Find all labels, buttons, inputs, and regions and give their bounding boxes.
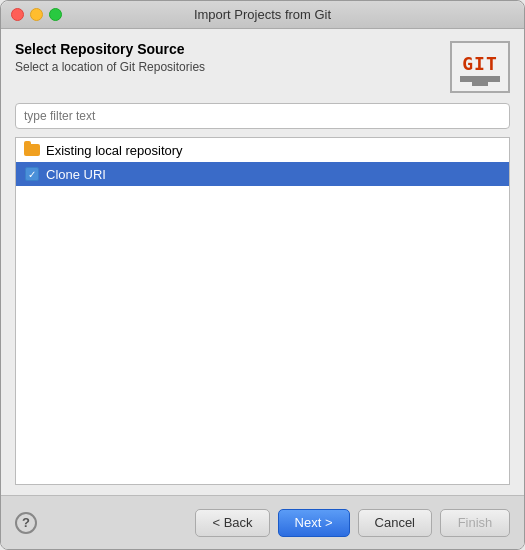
page-title: Select Repository Source — [15, 41, 440, 57]
git-logo: GIT — [450, 41, 510, 93]
footer-left: ? — [15, 512, 37, 534]
back-button[interactable]: < Back — [195, 509, 269, 537]
page-subtitle: Select a location of Git Repositories — [15, 60, 440, 74]
minimize-button[interactable] — [30, 8, 43, 21]
maximize-button[interactable] — [49, 8, 62, 21]
list-item[interactable]: Existing local repository — [16, 138, 509, 162]
header-text: Select Repository Source Select a locati… — [15, 41, 440, 74]
list-item[interactable]: ✓ Clone URI — [16, 162, 509, 186]
help-button[interactable]: ? — [15, 512, 37, 534]
git-monitor-icon — [460, 76, 500, 82]
titlebar-buttons — [11, 8, 62, 21]
window-title: Import Projects from Git — [194, 7, 331, 22]
git-icon-text: GIT — [462, 53, 498, 74]
list-item-label: Clone URI — [46, 167, 106, 182]
titlebar: Import Projects from Git — [1, 1, 524, 29]
footer: ? < Back Next > Cancel Finish — [1, 495, 524, 549]
repository-list[interactable]: Existing local repository ✓ Clone URI — [15, 137, 510, 485]
close-button[interactable] — [11, 8, 24, 21]
main-window: Import Projects from Git Select Reposito… — [0, 0, 525, 550]
filter-input[interactable] — [15, 103, 510, 129]
finish-button: Finish — [440, 509, 510, 537]
folder-icon — [24, 142, 40, 158]
cancel-button[interactable]: Cancel — [358, 509, 432, 537]
header-row: Select Repository Source Select a locati… — [15, 41, 510, 93]
list-item-label: Existing local repository — [46, 143, 183, 158]
content-area: Select Repository Source Select a locati… — [1, 29, 524, 495]
next-button[interactable]: Next > — [278, 509, 350, 537]
checkbox-icon: ✓ — [24, 166, 40, 182]
footer-buttons: < Back Next > Cancel Finish — [195, 509, 510, 537]
